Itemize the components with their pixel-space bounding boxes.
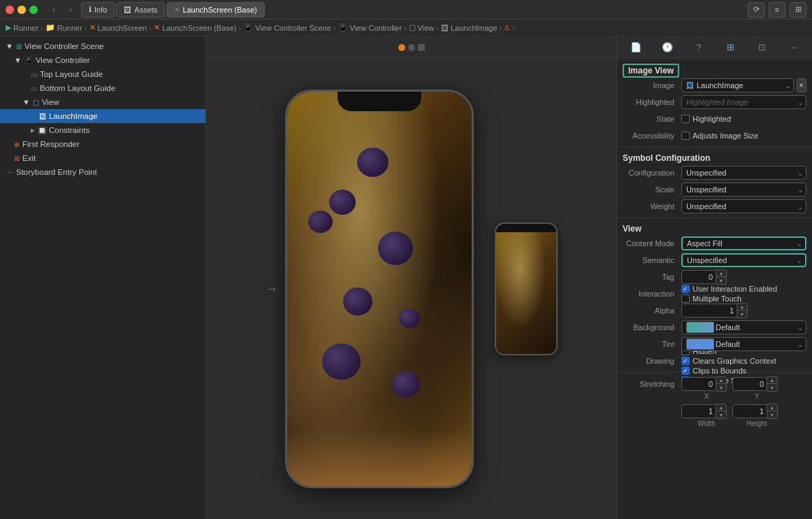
sidebar-item-storyboard-entry[interactable]: → Storyboard Entry Point — [0, 165, 205, 179]
inspector-connections-btn[interactable]: → — [784, 40, 802, 55]
stretch-w-increment[interactable]: ▲ — [716, 404, 726, 411]
alpha-increment[interactable]: ▲ — [737, 304, 747, 311]
canvas-dot-3[interactable] — [418, 44, 425, 51]
alpha-decrement[interactable]: ▼ — [737, 311, 747, 318]
tab-info[interactable]: ℹ Info — [81, 2, 115, 17]
tab-assets[interactable]: 🖼 Assets — [116, 2, 165, 17]
scale-dropdown[interactable]: Unspecified ⌄ — [681, 183, 806, 197]
semantic-row: Semantic Unspecified ⌄ — [617, 252, 812, 269]
sidebar-item-bottom-layout[interactable]: ▭ Bottom Layout Guide — [0, 81, 205, 95]
tag-stepper[interactable]: ▲ ▼ — [716, 269, 727, 285]
stretch-w-stepper[interactable]: ▲ ▼ — [716, 404, 727, 419]
canvas-dot-2[interactable] — [408, 44, 415, 51]
breadcrumb-vc[interactable]: 📱 View Controller — [338, 23, 402, 32]
list-button[interactable]: ≡ — [769, 2, 785, 17]
tag-decrement[interactable]: ▼ — [716, 277, 726, 284]
tag-field[interactable]: 0 — [681, 270, 716, 284]
clears-context-checkbox[interactable]: ✓ Clears Graphics Context — [681, 357, 776, 365]
inspector-size-btn[interactable]: ⊡ — [753, 40, 771, 55]
blueberry-3 — [378, 232, 413, 265]
user-interaction-checkbox[interactable]: ✓ User Interaction Enabled — [681, 285, 777, 293]
breadcrumb-runner2[interactable]: 📁 Runner — [45, 23, 82, 32]
nav-back-button[interactable]: ‹ — [48, 3, 60, 16]
alpha-label: Alpha — [623, 306, 679, 315]
breadcrumb-launchimage[interactable]: 🖼 LaunchImage — [441, 24, 498, 32]
clips-bounds-check[interactable]: ✓ — [681, 367, 690, 375]
constraints-icon: 🔲 — [38, 127, 46, 134]
sidebar-item-view[interactable]: ▼ ▢ View — [0, 95, 205, 109]
state-checkbox[interactable]: Highlighted — [681, 115, 731, 123]
configuration-dropdown[interactable]: Unspecified ⌄ — [681, 166, 806, 180]
stretch-y-increment[interactable]: ▲ — [767, 377, 777, 384]
close-button[interactable] — [6, 6, 14, 14]
stretch-w-field[interactable]: 1 — [681, 404, 716, 418]
stretching-label: Stretching — [623, 380, 679, 388]
sidebar-item-first-responder[interactable]: ⊕ First Responder — [0, 137, 205, 151]
alpha-stepper-group: 1 ▲ ▼ — [681, 303, 806, 318]
sidebar-item-constraints[interactable]: ▶ 🔲 Constraints — [0, 123, 205, 137]
background-dropdown[interactable]: Default ⌄ — [681, 320, 806, 334]
highlighted-dropdown[interactable]: Highlighted Image ⌄ — [681, 95, 806, 109]
bottom-layout-icon: ▭ — [31, 85, 37, 92]
stretch-x-field[interactable]: 0 — [681, 377, 716, 391]
inspector-toolbar: 📄 🕐 ? ⊞ ⊡ → — [617, 36, 812, 59]
clears-context-check[interactable]: ✓ — [681, 357, 690, 365]
alpha-stepper[interactable]: ▲ ▼ — [737, 303, 748, 318]
image-dropdown[interactable]: 🖼 LaunchImage ⌄ — [681, 78, 794, 92]
tab-launchscreen[interactable]: ✕ LaunchScreen (Base) — [166, 2, 264, 17]
semantic-dropdown[interactable]: Unspecified ⌄ — [681, 253, 806, 267]
inspector-history-btn[interactable]: 🕐 — [658, 40, 676, 55]
breadcrumb-runner1[interactable]: ▶ Runner — [6, 23, 38, 32]
stretch-y-stepper[interactable]: ▲ ▼ — [767, 376, 778, 392]
stretch-x-decrement[interactable]: ▼ — [716, 384, 726, 391]
stretch-h-increment[interactable]: ▲ — [767, 404, 777, 411]
tab-close-icon[interactable]: ✕ — [174, 6, 180, 13]
breadcrumb-vc-scene[interactable]: 📱 View Controller Scene — [243, 23, 331, 32]
state-check[interactable] — [681, 115, 690, 123]
weight-dropdown[interactable]: Unspecified ⌄ — [681, 199, 806, 213]
inspector-panel: 📄 🕐 ? ⊞ ⊡ → Image View Image 🖼 LaunchIma… — [616, 36, 812, 519]
nav-forward-button[interactable]: › — [64, 3, 77, 16]
stretch-h-stepper[interactable]: ▲ ▼ — [767, 404, 778, 419]
stretch-h-field[interactable]: 1 — [732, 404, 767, 418]
refresh-button[interactable]: ⟳ — [748, 2, 764, 17]
tint-dropdown[interactable]: Default ⌄ — [681, 337, 806, 351]
stretch-y-field[interactable]: 0 — [732, 377, 767, 391]
stretching-xy-group: 0 ▲ ▼ 0 ▲ ▼ — [681, 376, 778, 392]
multiple-touch-checkbox[interactable]: Multiple Touch — [681, 294, 777, 303]
accessibility-checkbox[interactable]: Adjusts Image Size — [681, 131, 758, 140]
breadcrumb-launchscreen-base[interactable]: ✕ LaunchScreen (Base) — [154, 23, 236, 32]
content-mode-dropdown[interactable]: Aspect Fill ⌄ — [681, 236, 806, 250]
sidebar-item-vc[interactable]: ▼ 📱 View Controller — [0, 53, 205, 67]
tag-increment[interactable]: ▲ — [716, 270, 726, 277]
breadcrumb-view[interactable]: ▢ View — [409, 23, 435, 32]
inspector-file-btn[interactable]: 📄 — [627, 40, 645, 55]
interaction-group: ✓ User Interaction Enabled Multiple Touc… — [681, 285, 777, 303]
blueberry-4 — [308, 211, 333, 233]
split-button[interactable]: ⊞ — [790, 2, 806, 17]
accessibility-check[interactable] — [681, 131, 690, 140]
user-interaction-check[interactable]: ✓ — [681, 285, 690, 293]
inspector-attrs-btn[interactable]: ⊞ — [721, 40, 739, 55]
clips-bounds-checkbox[interactable]: ✓ Clips to Bounds — [681, 367, 776, 375]
sidebar-item-launchimage[interactable]: 🖼 LaunchImage — [0, 109, 205, 123]
canvas-dot-1[interactable] — [398, 44, 405, 51]
sidebar-item-top-layout[interactable]: ▭ Top Layout Guide — [0, 67, 205, 81]
stretch-x-stepper[interactable]: ▲ ▼ — [716, 376, 727, 392]
stretch-x-increment[interactable]: ▲ — [716, 377, 726, 384]
alpha-field[interactable]: 1 — [681, 304, 737, 318]
blueberry-8 — [392, 371, 420, 398]
maximize-button[interactable] — [29, 6, 38, 14]
stretch-w-decrement[interactable]: ▼ — [716, 411, 726, 418]
breadcrumb-launchscreen[interactable]: ✕ LaunchScreen — [89, 23, 147, 32]
stretch-h-decrement[interactable]: ▼ — [767, 411, 777, 418]
sidebar-item-vc-scene[interactable]: ▼ ⊞ View Controller Scene — [0, 39, 205, 53]
image-clear-btn[interactable]: ✕ — [797, 78, 806, 92]
inspector-help-btn[interactable]: ? — [690, 40, 708, 55]
multiple-touch-check[interactable] — [681, 294, 690, 303]
sidebar-item-exit[interactable]: ⊠ Exit — [0, 151, 205, 165]
minimize-button[interactable] — [17, 6, 26, 14]
scale-row: Scale Unspecified ⌄ — [617, 181, 812, 198]
stretch-y-decrement[interactable]: ▼ — [767, 384, 777, 391]
food-image — [287, 92, 472, 486]
